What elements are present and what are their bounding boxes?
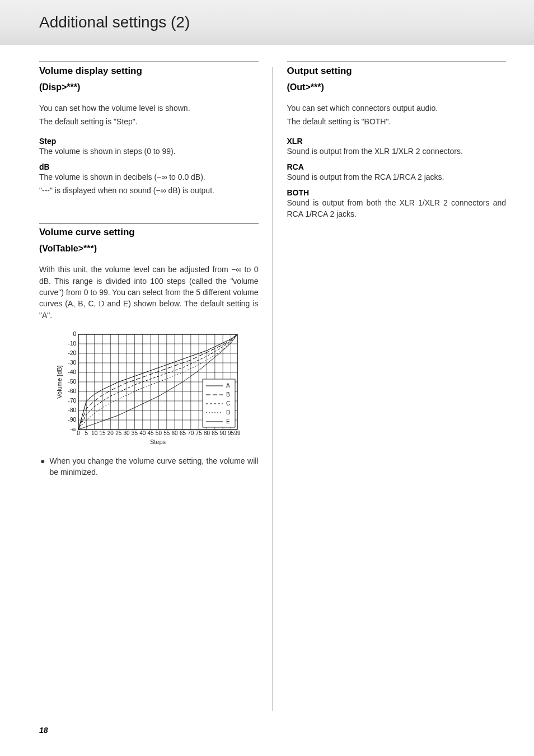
section-sub-disp: (Disp>***)	[39, 82, 259, 92]
paragraph: You can set how the volume level is show…	[39, 102, 259, 114]
svg-text:20: 20	[107, 430, 114, 436]
bullet-dot-icon: ●	[39, 455, 45, 478]
svg-text:Volume [dB]: Volume [dB]	[56, 365, 63, 398]
svg-text:0: 0	[77, 430, 80, 436]
svg-text:65: 65	[180, 430, 186, 436]
option-title-both: BOTH	[287, 188, 507, 197]
svg-rect-65	[203, 379, 235, 427]
svg-text:50: 50	[156, 430, 162, 436]
svg-text:-20: -20	[68, 350, 77, 356]
page-title: Additional settings (2)	[39, 13, 190, 31]
option-desc: Sound is output from both the XLR 1/XLR …	[287, 197, 507, 220]
svg-text:D: D	[226, 409, 230, 416]
section-rule	[39, 223, 259, 223]
volume-curve-chart: 0510152025303540455055606570758085909599…	[56, 330, 241, 447]
option-title-step: Step	[39, 137, 259, 146]
svg-text:-10: -10	[68, 340, 77, 347]
section-title-volume-display: Volume display setting	[39, 66, 259, 77]
option-desc: The volume is shown in steps (0 to 99).	[39, 146, 259, 157]
svg-text:0: 0	[73, 331, 76, 337]
svg-text:C: C	[226, 400, 230, 407]
svg-text:35: 35	[132, 430, 138, 436]
section-sub-out: (Out>***)	[287, 82, 507, 92]
svg-text:-50: -50	[68, 379, 77, 385]
paragraph: With this unit, the volume level can be …	[39, 264, 259, 320]
svg-text:-80: -80	[68, 407, 77, 413]
paragraph: The default setting is "Step".	[39, 116, 259, 127]
svg-text:10: 10	[91, 430, 98, 436]
option-desc: Sound is output from the RCA 1/RCA 2 jac…	[287, 171, 507, 183]
svg-text:25: 25	[115, 430, 122, 436]
svg-text:85: 85	[212, 430, 218, 436]
svg-text:99: 99	[234, 430, 241, 436]
svg-text:-40: -40	[68, 369, 77, 375]
note-text: When you change the volume curve setting…	[49, 455, 258, 478]
section-sub-voltable: (VolTable>***)	[39, 244, 259, 254]
svg-text:70: 70	[188, 430, 194, 436]
svg-text:55: 55	[163, 430, 170, 436]
svg-text:-70: -70	[68, 398, 77, 404]
svg-text:5: 5	[85, 430, 88, 436]
svg-text:75: 75	[196, 430, 203, 436]
section-rule	[287, 62, 507, 62]
svg-text:40: 40	[139, 430, 146, 436]
option-title-xlr: XLR	[287, 137, 507, 146]
svg-text:95: 95	[228, 430, 235, 436]
svg-text:-90: -90	[68, 417, 77, 423]
option-desc: Sound is output from the XLR 1/XLR 2 con…	[287, 146, 507, 157]
svg-text:30: 30	[123, 430, 130, 436]
svg-text:E: E	[226, 418, 230, 424]
svg-text:60: 60	[172, 430, 179, 436]
svg-text:90: 90	[220, 430, 227, 436]
svg-text:45: 45	[148, 430, 154, 436]
svg-text:Steps: Steps	[150, 438, 166, 445]
section-title-volume-curve: Volume curve setting	[39, 227, 259, 238]
left-column: Volume display setting (Disp>***) You ca…	[39, 62, 273, 711]
right-column: Output setting (Out>***) You can set whi…	[273, 62, 507, 711]
paragraph: The default setting is "BOTH".	[287, 116, 507, 127]
option-title-db: dB	[39, 162, 259, 171]
page-header: Additional settings (2)	[0, 0, 534, 45]
svg-text:B: B	[226, 391, 230, 398]
svg-text:15: 15	[99, 430, 106, 436]
content-columns: Volume display setting (Disp>***) You ca…	[0, 45, 534, 711]
svg-text:-60: -60	[68, 388, 77, 394]
svg-text:80: 80	[204, 430, 210, 436]
option-desc: The volume is shown in decibels (−∞ to 0…	[39, 171, 259, 183]
page-number: 18	[39, 726, 48, 735]
section-rule	[39, 62, 259, 62]
option-title-rca: RCA	[287, 162, 507, 171]
note-bullet: ● When you change the volume curve setti…	[39, 455, 259, 478]
section-title-output: Output setting	[287, 66, 507, 77]
svg-text:-30: -30	[68, 360, 77, 366]
option-desc: "---" is displayed when no sound (−∞ dB)…	[39, 185, 259, 196]
svg-text:-∞: -∞	[71, 426, 76, 432]
svg-text:A: A	[226, 382, 230, 389]
paragraph: You can set which connectors output audi…	[287, 102, 507, 114]
